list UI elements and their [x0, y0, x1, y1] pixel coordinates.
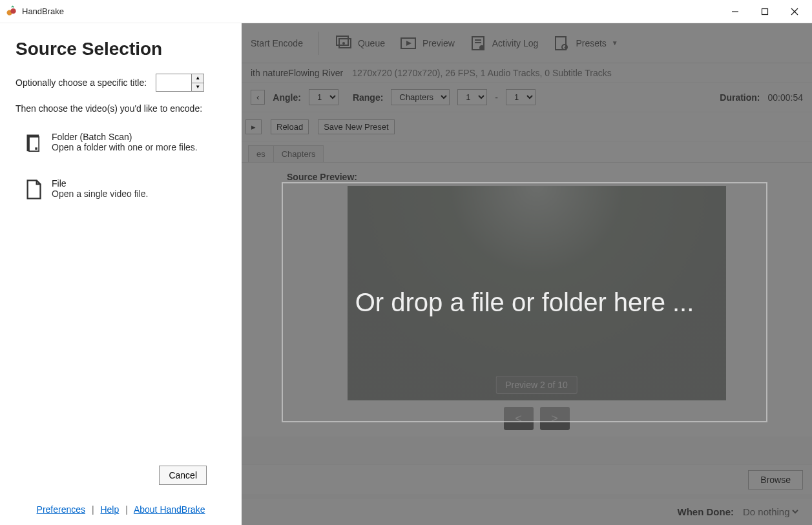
output-row: Browse — [242, 464, 812, 494]
log-icon — [469, 34, 487, 52]
duration-label: Duration: — [720, 92, 760, 103]
main-panel: Start Encode Queue Preview Activity Log — [242, 23, 812, 525]
optional-title-label: Optionally choose a specific title: — [16, 77, 147, 88]
preset-expand-button[interactable]: ▸ — [245, 119, 262, 134]
instruction-text: Then choose the video(s) you'd like to e… — [16, 103, 226, 114]
panel-heading: Source Selection — [16, 39, 226, 59]
queue-button[interactable]: Queue — [335, 34, 385, 52]
tab-partial[interactable]: es — [248, 145, 274, 162]
svg-marker-13 — [406, 41, 411, 46]
source-name: ith natureFlowing River — [251, 68, 343, 78]
presets-button[interactable]: Presets ▼ — [552, 34, 618, 52]
range-end-select[interactable]: 1 — [506, 89, 536, 105]
folder-item-title: Folder (Batch Scan) — [52, 132, 198, 142]
range-sep: - — [495, 92, 498, 103]
open-folder-item[interactable]: Folder (Batch Scan) Open a folder with o… — [16, 127, 226, 159]
cancel-button[interactable]: Cancel — [159, 466, 207, 485]
app-icon — [5, 5, 18, 18]
close-button[interactable] — [780, 1, 809, 22]
queue-icon — [335, 34, 353, 52]
toolbar: Start Encode Queue Preview Activity Log — [242, 23, 812, 63]
preview-prev-button[interactable]: < — [504, 407, 534, 430]
prev-title-button[interactable]: ‹ — [251, 90, 265, 105]
tabs-row: es Chapters — [242, 142, 812, 163]
svg-rect-3 — [762, 8, 768, 14]
title-number-input[interactable] — [156, 74, 191, 91]
folder-item-desc: Open a folder with one or more files. — [52, 142, 198, 152]
duration-value: 00:00:54 — [768, 92, 804, 103]
preview-icon — [399, 34, 417, 52]
reload-button[interactable]: Reload — [271, 119, 309, 134]
svg-point-1 — [10, 8, 16, 14]
source-resolution: 1270x720 (1270x720), 26 FPS, 1 Audio Tra… — [352, 68, 612, 78]
save-new-preset-button[interactable]: Save New Preset — [318, 119, 394, 134]
file-icon — [25, 178, 43, 200]
chevron-down-icon: ▼ — [612, 39, 618, 46]
when-done-label: When Done: — [678, 506, 734, 517]
footer-links: Preferences | Help | About HandBrake — [16, 504, 226, 517]
when-done-bar: When Done: Do nothing — [242, 498, 812, 525]
source-selection-panel: Source Selection Optionally choose a spe… — [0, 23, 242, 525]
file-item-desc: Open a single video file. — [52, 189, 148, 199]
range-type-select[interactable]: Chapters — [391, 89, 450, 105]
when-done-select[interactable]: Do nothing — [740, 506, 800, 518]
help-link[interactable]: Help — [100, 504, 119, 515]
activity-log-button[interactable]: Activity Log — [469, 34, 539, 52]
open-file-item[interactable]: File Open a single video file. — [16, 173, 226, 205]
window-title: HandBrake — [22, 6, 64, 16]
source-info-bar: ith natureFlowing River 1270x720 (1270x7… — [242, 63, 812, 83]
about-link[interactable]: About HandBrake — [134, 504, 205, 515]
preview-frame: Preview 2 of 10 — [348, 186, 726, 400]
browse-button[interactable]: Browse — [748, 470, 803, 489]
folder-icon — [25, 132, 43, 154]
spin-down-button[interactable]: ▼ — [192, 83, 203, 92]
preview-area: Source Preview: Preview 2 of 10 < > — [242, 163, 812, 437]
preferences-link[interactable]: Preferences — [37, 504, 85, 515]
maximize-button[interactable] — [750, 1, 780, 22]
angle-label: Angle: — [273, 92, 301, 103]
title-number-spinner[interactable]: ▲ ▼ — [156, 74, 204, 92]
svg-rect-9 — [337, 36, 348, 45]
svg-rect-8 — [35, 147, 37, 149]
range-start-select[interactable]: 1 — [457, 89, 487, 105]
svg-point-17 — [479, 45, 484, 50]
svg-rect-7 — [29, 137, 39, 151]
title-controls-row: ‹ Angle: 1 Range: Chapters 1 - 1 Duratio… — [242, 83, 812, 112]
file-item-title: File — [52, 178, 148, 189]
start-encode-button[interactable]: Start Encode — [251, 38, 303, 48]
preview-counter: Preview 2 of 10 — [495, 376, 578, 394]
preview-next-button[interactable]: > — [540, 407, 570, 430]
svg-point-11 — [342, 42, 345, 45]
angle-select[interactable]: 1 — [309, 89, 338, 105]
minimize-button[interactable] — [720, 1, 750, 22]
titlebar: HandBrake — [0, 0, 812, 23]
preview-button[interactable]: Preview — [399, 34, 455, 52]
preset-controls-row: ▸ Reload Save New Preset — [242, 112, 812, 142]
tab-chapters[interactable]: Chapters — [273, 145, 324, 162]
preview-label: Source Preview: — [287, 172, 786, 182]
spin-up-button[interactable]: ▲ — [192, 74, 203, 83]
range-label: Range: — [353, 92, 383, 103]
presets-icon — [552, 34, 570, 52]
